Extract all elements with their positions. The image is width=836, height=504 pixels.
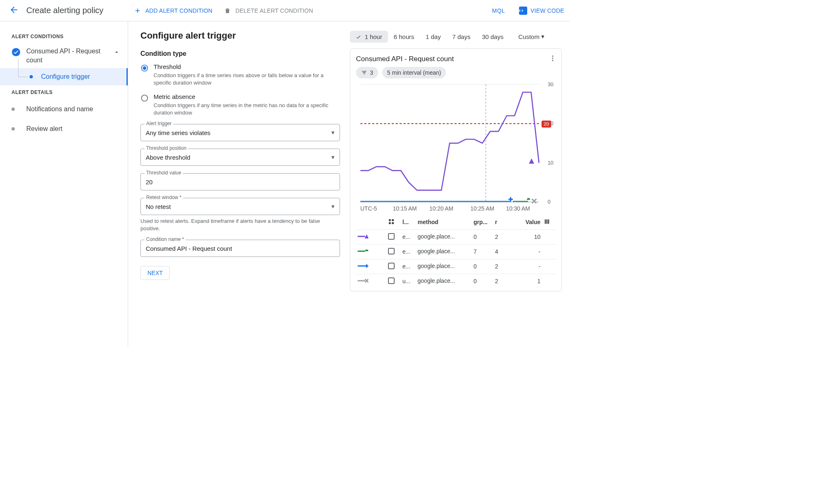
alert-trigger-select[interactable]: Any time series violates ▾ [140, 124, 340, 141]
svg-text:30: 30 [548, 81, 554, 87]
svg-rect-22 [389, 222, 391, 224]
next-button[interactable]: NEXT [140, 266, 170, 280]
back-arrow-icon [9, 5, 19, 15]
series-marker-icon [356, 274, 386, 289]
svg-text:10:20 AM: 10:20 AM [429, 206, 453, 212]
series-purple [361, 92, 539, 190]
chart-title: Consumed API - Request count [356, 55, 454, 63]
svg-rect-23 [392, 222, 394, 224]
range-30-days[interactable]: 30 days [476, 31, 510, 43]
threshold-badge: 20 [544, 121, 549, 126]
more-menu-button[interactable] [549, 55, 556, 64]
add-alert-condition-button[interactable]: ADD ALERT CONDITION [128, 4, 218, 18]
grid-icon[interactable] [388, 218, 395, 225]
radio-threshold-label: Threshold [154, 63, 340, 70]
svg-rect-24 [545, 220, 546, 224]
svg-point-0 [12, 48, 20, 56]
svg-rect-20 [389, 219, 391, 221]
radio-metric-absence[interactable] [140, 94, 149, 104]
page-title: Create alerting policy [26, 6, 103, 15]
range-custom[interactable]: Custom ▾ [512, 30, 550, 43]
radio-threshold[interactable] [140, 64, 149, 74]
svg-text:10: 10 [548, 160, 554, 166]
delete-alert-condition-button: DELETE ALERT CONDITION [218, 4, 319, 18]
svg-rect-21 [392, 219, 394, 221]
chevron-down-icon: ▾ [331, 129, 335, 136]
svg-rect-26 [548, 220, 549, 224]
chart-panel: Consumed API - Request count 3 5 min int… [350, 48, 562, 291]
svg-text:UTC-5: UTC-5 [361, 206, 377, 212]
range-6-hours[interactable]: 6 hours [388, 31, 420, 43]
chevron-down-icon: ▾ [331, 153, 335, 161]
sidebar-item-review-alert[interactable]: Review alert [0, 119, 128, 139]
check-icon [356, 34, 361, 40]
row-checkbox[interactable] [388, 248, 395, 254]
radio-threshold-desc: Condition triggers if a time series rise… [154, 72, 340, 87]
retest-helper-text: Used to retest alerts. Expand timeframe … [140, 218, 340, 232]
dot-icon [30, 75, 33, 78]
radio-absence-desc: Condition triggers if any time series in… [154, 102, 340, 117]
dot-icon [11, 108, 15, 111]
series-marker-icon [356, 259, 386, 274]
back-button[interactable] [9, 5, 19, 16]
row-checkbox[interactable] [388, 263, 395, 269]
dot-icon [11, 127, 15, 131]
range-7-days[interactable]: 7 days [446, 31, 476, 43]
svg-text:10:25 AM: 10:25 AM [471, 206, 494, 212]
sidebar: ALERT CONDITIONS Consumed API - Request … [0, 21, 128, 347]
threshold-value-input[interactable]: 20 [140, 173, 340, 190]
table-header-row: l... method grp... r Value [356, 215, 556, 230]
mql-button[interactable]: MQL [492, 7, 505, 14]
filter-icon [361, 69, 367, 76]
table-row[interactable]: e...google.place...02- [356, 259, 556, 274]
filter-pill[interactable]: 3 [356, 67, 378, 78]
sidebar-condition-item[interactable]: Consumed API - Request count [0, 44, 128, 68]
svg-point-6 [552, 60, 554, 61]
table-row[interactable]: e...google.place...0210 [356, 229, 556, 244]
view-code-button[interactable]: VIEW CODE [513, 3, 566, 18]
condition-type-heading: Condition type [140, 50, 340, 57]
svg-marker-13 [529, 158, 534, 164]
range-1-day[interactable]: 1 day [420, 31, 447, 43]
row-checkbox[interactable] [388, 233, 395, 240]
table-row[interactable]: e...google.place...74- [356, 244, 556, 259]
range-1-hour[interactable]: 1 hour [350, 31, 388, 43]
svg-text:10:15 AM: 10:15 AM [393, 206, 417, 212]
kebab-icon [549, 55, 556, 62]
sidebar-item-notifications[interactable]: Notifications and name [0, 99, 128, 119]
interval-pill[interactable]: 5 min interval (mean) [382, 67, 446, 78]
sidebar-subitem-configure-trigger[interactable]: Configure trigger [0, 68, 128, 85]
svg-text:0: 0 [548, 199, 551, 205]
chart-area[interactable]: 30 20 10 0 20 [356, 80, 556, 215]
chart-column: 1 hour 6 hours 1 day 7 days 30 days Cust… [350, 30, 562, 347]
form-heading: Configure alert trigger [140, 30, 340, 41]
svg-point-3 [142, 95, 148, 101]
sidebar-group-alert-conditions: ALERT CONDITIONS [0, 30, 128, 44]
row-checkbox[interactable] [388, 277, 395, 284]
series-table: l... method grp... r Value e...google.pl… [356, 215, 556, 289]
time-range-selector: 1 hour 6 hours 1 day 7 days 30 days Cust… [350, 30, 562, 43]
code-icon [519, 7, 527, 15]
top-bar: Create alerting policy ADD ALERT CONDITI… [0, 0, 570, 21]
series-grey [532, 199, 537, 204]
svg-text:10:30 AM: 10:30 AM [506, 206, 530, 212]
retest-window-select[interactable]: No retest ▾ [140, 198, 340, 215]
svg-marker-28 [365, 234, 368, 238]
check-circle-icon [11, 48, 21, 58]
sidebar-group-alert-details: ALERT DETAILS [0, 85, 128, 99]
table-row[interactable]: u...google.place...021 [356, 274, 556, 289]
svg-point-5 [552, 58, 554, 59]
chevron-up-icon[interactable] [109, 47, 124, 59]
chevron-down-icon: ▾ [541, 33, 544, 40]
form-column: Configure alert trigger Condition type T… [140, 30, 350, 347]
svg-rect-25 [547, 220, 548, 224]
condition-name-input[interactable]: Consumed API - Request count [140, 240, 340, 257]
svg-point-4 [552, 55, 554, 57]
trash-icon [224, 7, 231, 14]
svg-point-2 [143, 66, 146, 70]
series-marker-icon [356, 244, 386, 259]
columns-icon[interactable] [544, 218, 550, 225]
threshold-position-select[interactable]: Above threshold ▾ [140, 149, 340, 166]
chevron-down-icon: ▾ [331, 203, 335, 210]
series-marker-icon [356, 229, 386, 244]
